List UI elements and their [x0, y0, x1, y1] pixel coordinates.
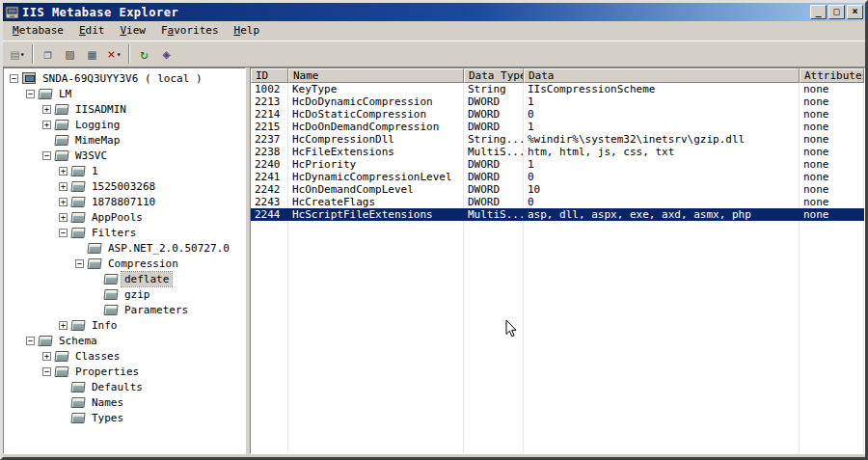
- tree-item-apppools[interactable]: +AppPools: [4, 209, 245, 225]
- tree-item-label: gzip: [122, 287, 153, 302]
- menu-bar: MetabaseEditViewFavoritesHelp: [3, 21, 865, 41]
- menu-edit[interactable]: Edit: [71, 22, 113, 39]
- table-row[interactable]: 2215HcDoOnDemandCompressionDWORD1none: [251, 121, 864, 133]
- column-header-name[interactable]: Name: [288, 68, 464, 83]
- expand-icon[interactable]: +: [59, 198, 68, 206]
- paste-button[interactable]: ▨: [59, 43, 81, 65]
- list-header: IDNameData TypeDataAttributes: [251, 68, 864, 83]
- tree-item-defaults[interactable]: Defaults: [4, 379, 245, 394]
- copy-icon: ❐: [43, 47, 51, 61]
- tree-item-1525003268[interactable]: +1525003268: [4, 178, 245, 194]
- metabase-node-icon: [70, 413, 85, 423]
- expand-icon[interactable]: +: [42, 121, 51, 129]
- metabase-node-icon: [70, 181, 85, 192]
- close-button[interactable]: ×: [847, 5, 863, 19]
- properties-button[interactable]: ▦: [81, 43, 103, 65]
- cell-attributes: none: [800, 208, 864, 221]
- cell-data-type: MultiS...: [464, 208, 524, 221]
- refresh-button[interactable]: ↻: [133, 43, 155, 65]
- column-header-data-type[interactable]: Data Type: [464, 68, 524, 83]
- tree-item-filters[interactable]: −Filters: [4, 225, 245, 240]
- tree-item-snda-69q3uyy3v6-local[interactable]: −SNDA-69Q3UYY3V6 ( local ): [4, 70, 245, 86]
- empty-list-area: [251, 221, 864, 453]
- table-row[interactable]: 2244HcScriptFileExtensionsMultiS...asp, …: [251, 208, 864, 221]
- tree-item-asp-net-2-0-50727-0[interactable]: ASP.NET_2.0.50727.0: [4, 240, 245, 256]
- collapse-icon[interactable]: −: [26, 337, 35, 345]
- delete-button[interactable]: ×▾: [103, 43, 125, 65]
- table-row[interactable]: 2243HcCreateFlagsDWORD0none: [251, 196, 864, 208]
- cell-attributes: none: [800, 108, 864, 121]
- tree-item-names[interactable]: Names: [4, 394, 245, 410]
- cell-attributes: none: [800, 158, 864, 171]
- collapse-icon[interactable]: −: [10, 74, 18, 83]
- cell-data-type: MultiS...: [464, 146, 524, 158]
- metabase-tree: −SNDA-69Q3UYY3V6 ( local )−LM+IISADMIN+L…: [3, 68, 246, 454]
- metabase-node-icon: [103, 305, 118, 315]
- cell-data: 0: [524, 196, 800, 208]
- metabase-node-icon: [54, 351, 68, 362]
- app-window: IIS Metabase Explorer _ □ × MetabaseEdit…: [0, 0, 868, 460]
- tree-item-classes[interactable]: +Classes: [4, 348, 245, 364]
- expand-icon[interactable]: +: [59, 167, 68, 176]
- new-item-button[interactable]: ▤▾: [7, 43, 29, 65]
- expand-icon[interactable]: +: [42, 352, 51, 361]
- table-row[interactable]: 2238HcFileExtensionsMultiS...htm, html, …: [251, 146, 864, 158]
- maximize-button[interactable]: □: [828, 5, 845, 19]
- expand-icon[interactable]: +: [59, 213, 68, 222]
- table-row[interactable]: 2240HcPriorityDWORD1none: [251, 158, 864, 171]
- minimize-button[interactable]: _: [810, 5, 827, 19]
- column-header-attributes[interactable]: Attributes: [800, 68, 864, 83]
- menu-metabase[interactable]: Metabase: [5, 22, 71, 39]
- cell-id: 2238: [251, 146, 288, 158]
- tree-item-info[interactable]: +Info: [4, 317, 245, 333]
- expand-icon[interactable]: +: [59, 321, 68, 330]
- metabase-node-icon: [87, 258, 101, 269]
- tree-item-deflate[interactable]: deflate: [4, 271, 245, 286]
- menu-favorites[interactable]: Favorites: [153, 22, 227, 39]
- tree-item-1878807110[interactable]: +1878807110: [4, 194, 245, 209]
- table-row[interactable]: 2214HcDoStaticCompressionDWORD0none: [251, 108, 864, 121]
- table-row[interactable]: 2241HcDynamicCompressionLevelDWORD0none: [251, 171, 864, 183]
- tree-item-compression[interactable]: −Compression: [4, 256, 245, 271]
- column-header-id[interactable]: ID: [251, 68, 288, 83]
- network-button[interactable]: ◈: [155, 43, 177, 65]
- expand-icon[interactable]: +: [42, 105, 51, 114]
- tree-item-parameters[interactable]: Parameters: [4, 302, 245, 317]
- tree-item-mimemap[interactable]: MimeMap: [4, 132, 245, 148]
- tree-item-1[interactable]: +1: [4, 163, 245, 178]
- tree-item-gzip[interactable]: gzip: [4, 286, 245, 302]
- tree-item-label: Classes: [72, 349, 122, 364]
- cell-name: HcFileExtensions: [288, 146, 464, 158]
- table-row[interactable]: 2242HcOnDemandCompLevelDWORD10none: [251, 183, 864, 196]
- tree-item-iisadmin[interactable]: +IISADMIN: [4, 101, 245, 117]
- cell-data-type: DWORD: [464, 171, 524, 183]
- tree-item-label: W3SVC: [72, 149, 110, 163]
- table-row[interactable]: 2237HcCompressionDllString...%windir%\sy…: [251, 133, 864, 146]
- menu-view[interactable]: View: [112, 22, 153, 39]
- tree-item-schema[interactable]: −Schema: [4, 333, 245, 348]
- menu-help[interactable]: Help: [227, 22, 268, 39]
- column-header-data[interactable]: Data: [524, 68, 800, 83]
- table-row[interactable]: 2213HcDoDynamicCompressionDWORD1none: [251, 95, 864, 108]
- collapse-icon[interactable]: −: [59, 229, 68, 237]
- tree-item-label: ASP.NET_2.0.50727.0: [105, 241, 232, 256]
- collapse-icon[interactable]: −: [42, 367, 51, 376]
- tree-item-label: Defaults: [89, 380, 146, 394]
- tree-item-lm[interactable]: −LM: [4, 86, 245, 101]
- tree-item-label: IISADMIN: [72, 102, 129, 117]
- cell-name: HcScriptFileExtensions: [288, 208, 464, 221]
- tree-item-logging[interactable]: +Logging: [4, 117, 245, 132]
- title-bar[interactable]: IIS Metabase Explorer _ □ ×: [3, 3, 865, 21]
- table-row[interactable]: 1002KeyTypeStringIIsCompressionSchemenon…: [251, 83, 864, 95]
- tree-item-w3svc[interactable]: −W3SVC: [4, 148, 245, 163]
- copy-button[interactable]: ❐: [37, 43, 59, 65]
- tree-item-properties[interactable]: −Properties: [4, 364, 245, 379]
- collapse-icon[interactable]: −: [75, 259, 84, 268]
- tree-item-label: Names: [89, 395, 126, 410]
- expand-icon[interactable]: +: [59, 182, 68, 191]
- property-list: IDNameData TypeDataAttributes 1002KeyTyp…: [250, 68, 865, 454]
- collapse-icon[interactable]: −: [26, 90, 35, 98]
- toolbar: ▤▾❐▨▦×▾↻◈: [3, 41, 865, 68]
- tree-item-types[interactable]: Types: [4, 410, 245, 425]
- collapse-icon[interactable]: −: [42, 151, 51, 160]
